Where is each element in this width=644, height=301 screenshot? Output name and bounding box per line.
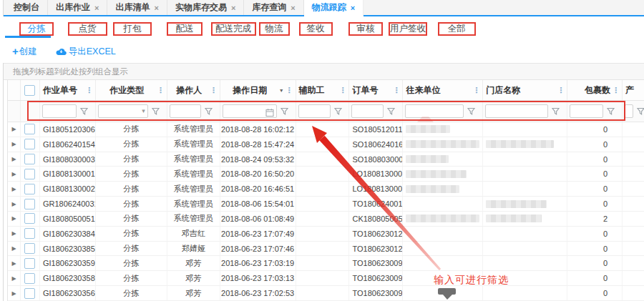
row-checkbox[interactable] (24, 124, 35, 134)
expand-row-icon[interactable]: ▶ (8, 286, 21, 300)
filter-input-order_no[interactable] (351, 104, 384, 118)
filter-input-field-packages[interactable] (570, 107, 602, 119)
column-header-job_no[interactable]: 作业单号⋮ (40, 80, 96, 100)
row-checkbox[interactable] (24, 213, 35, 224)
filter-funnel-button-op_date[interactable] (280, 107, 289, 116)
column-menu-icon[interactable]: ⋮ (612, 86, 619, 95)
filter-input-op_date[interactable] (223, 104, 277, 118)
close-icon[interactable]: × (231, 4, 235, 12)
status-tab-9[interactable]: 全部 (428, 23, 485, 35)
column-header-packages[interactable]: 包裹数⋮ (567, 80, 623, 100)
row-checkbox[interactable] (24, 243, 35, 254)
column-header-store[interactable]: 门店名称⋮ (483, 80, 567, 100)
expand-row-icon[interactable]: ▶ (8, 137, 21, 152)
expand-row-icon[interactable]: ▶ (8, 242, 21, 256)
filter-funnel-button-job_type[interactable] (151, 107, 160, 116)
close-icon[interactable]: × (94, 4, 99, 12)
cell-job_no: GI1806230356 (40, 286, 96, 300)
filter-input-field-operator[interactable] (170, 107, 200, 119)
filter-input-field-order_no[interactable] (352, 107, 383, 119)
column-menu-icon[interactable]: ⋮ (157, 86, 164, 95)
filter-funnel-button-partner[interactable] (467, 107, 476, 116)
filter-input-job_no[interactable] (42, 104, 77, 118)
window-tab-3[interactable]: 实物库存交易× (167, 0, 244, 15)
column-menu-icon[interactable]: ⋮ (85, 86, 92, 95)
filter-funnel-button-packages[interactable] (606, 107, 615, 116)
filter-input-field-job_no[interactable] (43, 107, 76, 119)
filter-funnel-button-order_no[interactable] (386, 107, 396, 116)
expand-row-icon[interactable]: ▶ (8, 152, 21, 167)
expand-row-icon[interactable]: ▶ (8, 212, 21, 226)
row-checkbox[interactable] (24, 288, 35, 299)
expand-row-icon[interactable]: ▶ (8, 182, 21, 196)
close-icon[interactable]: × (291, 4, 295, 12)
create-button[interactable]: + 创建 (12, 46, 37, 58)
column-menu-icon[interactable]: ⋮ (557, 86, 564, 95)
cell-job_no: GI1808130001 (40, 167, 96, 181)
window-tab-4[interactable]: 库存查询× (244, 0, 303, 15)
filter-input-store[interactable] (485, 104, 548, 118)
filter-funnel-button-operator[interactable] (204, 107, 213, 116)
column-header-partner[interactable]: 往来单位⋮ (403, 80, 483, 100)
cell-op_date: 2018-08-28 15:47:24 (220, 137, 296, 152)
group-drop-zone[interactable]: 拖拽列标题到此处按列组合显示 (4, 63, 644, 80)
filter-funnel-button-job_no[interactable] (79, 107, 89, 116)
filter-input-product[interactable] (625, 104, 633, 118)
filter-cell-partner (403, 101, 483, 122)
column-menu-icon[interactable]: ⋮ (210, 86, 217, 95)
row-checkbox-cell (21, 182, 40, 196)
filter-input-field-partner[interactable] (406, 107, 463, 119)
expand-row-icon[interactable]: ▶ (8, 197, 21, 211)
calendar-icon[interactable] (265, 107, 274, 120)
row-checkbox[interactable] (24, 139, 35, 149)
row-checkbox[interactable] (24, 154, 35, 164)
expand-row-icon[interactable]: ▶ (8, 271, 21, 285)
status-tab-2[interactable]: 打包 (104, 23, 161, 35)
expand-row-icon[interactable]: ▶ (8, 256, 21, 270)
column-menu-icon[interactable]: ⋮ (392, 86, 399, 95)
column-menu-icon[interactable]: ⋮ (338, 86, 346, 95)
window-tab-0[interactable]: 控制台 (6, 0, 48, 15)
column-header-order_no[interactable]: 订单号⋮ (349, 80, 403, 100)
expand-row-icon[interactable]: ▶ (8, 167, 21, 181)
grid-header-row: 作业单号⋮作业类型⋮操作人⋮操作日期▼⋮辅助工⋮订单号⋮往来单位⋮门店名称⋮包裹… (8, 80, 644, 101)
select-all-checkbox[interactable] (24, 85, 35, 96)
filter-funnel-button-product[interactable] (636, 107, 644, 116)
expand-row-icon[interactable]: ▶ (8, 227, 21, 241)
status-tab-6[interactable]: 签收 (287, 23, 344, 35)
close-icon[interactable]: × (154, 4, 158, 12)
row-checkbox[interactable] (24, 169, 35, 179)
filter-input-operator[interactable] (170, 104, 201, 118)
column-header-op_date[interactable]: 操作日期▼⋮ (220, 80, 296, 100)
row-checkbox[interactable] (24, 273, 35, 284)
filter-funnel-button-helper[interactable] (333, 107, 343, 116)
row-checkbox[interactable] (24, 228, 35, 239)
window-tab-2[interactable]: 出库清单× (107, 0, 167, 15)
column-menu-icon[interactable]: ⋮ (472, 86, 479, 95)
column-header-operator[interactable]: 操作人⋮ (167, 80, 220, 100)
expand-row-icon[interactable]: ▶ (8, 122, 21, 137)
column-menu-icon[interactable]: ⋮ (286, 86, 293, 95)
column-header-label: 往来单位 (406, 84, 471, 97)
filter-input-packages[interactable] (570, 104, 603, 118)
filter-dropdown-job_type[interactable]: ▾ (98, 104, 148, 118)
column-header-product[interactable]: 产 (623, 80, 644, 100)
status-tab-0[interactable]: 分拣 (8, 23, 65, 35)
row-checkbox[interactable] (24, 199, 35, 209)
filter-input-field-store[interactable] (486, 107, 547, 119)
filter-input-field-helper[interactable] (299, 107, 330, 119)
chevron-down-icon[interactable]: ▾ (142, 107, 145, 114)
window-tab-1[interactable]: 出库作业× (48, 0, 107, 15)
row-checkbox[interactable] (24, 184, 35, 194)
filter-input-field-product[interactable] (625, 107, 633, 119)
close-icon[interactable]: × (351, 4, 355, 12)
filter-input-partner[interactable] (405, 104, 464, 118)
export-excel-button[interactable]: 导出EXCEL (56, 46, 116, 58)
filter-input-helper[interactable] (298, 104, 331, 118)
row-checkbox[interactable] (24, 258, 35, 269)
column-header-helper[interactable]: 辅助工⋮ (296, 80, 350, 100)
filter-funnel-button-store[interactable] (551, 107, 560, 116)
cell-operator: 郑婧娅 (167, 242, 220, 256)
window-tab-5[interactable]: 物流跟踪× (304, 0, 364, 16)
column-header-job_type[interactable]: 作业类型⋮ (96, 80, 167, 100)
